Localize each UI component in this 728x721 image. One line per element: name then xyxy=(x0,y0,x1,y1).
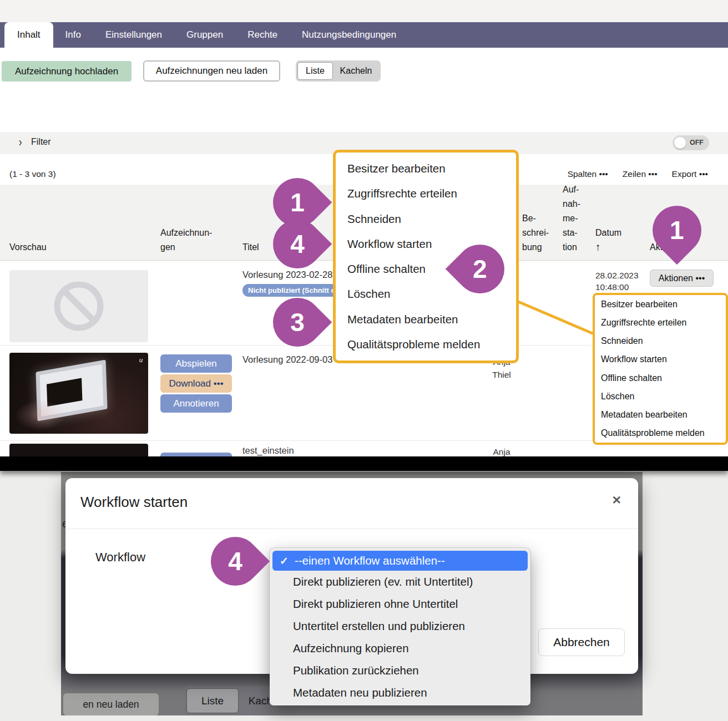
filter-toggle[interactable]: OFF xyxy=(673,135,709,150)
view-list-button[interactable]: Liste xyxy=(297,62,333,80)
column-header-datum[interactable]: Datum ↑ xyxy=(595,226,621,255)
workflow-option[interactable]: Direkt publizieren ohne Untertitel xyxy=(270,593,530,615)
screenshot-root: Inhalt Info Einstellungen Gruppen Rechte… xyxy=(0,0,728,721)
header-line: tion xyxy=(563,240,580,255)
date-line: 28.02.2023 xyxy=(595,270,639,281)
dimmed-view-list-button: Liste xyxy=(186,688,239,713)
header-line: nah- xyxy=(563,197,580,211)
view-tiles-button[interactable]: Kacheln xyxy=(333,62,379,80)
page-top-strip xyxy=(0,0,728,22)
play-button[interactable]: Abspielen xyxy=(160,354,232,373)
workflow-select-menu: ✓ --einen Workflow auswählen-- Direkt pu… xyxy=(270,548,530,705)
menu-item-besitzer-bearbeiten[interactable]: Besitzer bearbeiten xyxy=(601,299,720,309)
header-line: Auf- xyxy=(563,182,580,197)
menu-item-besitzer-bearbeiten[interactable]: Besitzer bearbeiten xyxy=(347,162,504,175)
header-line: sta- xyxy=(563,226,580,240)
no-preview-icon xyxy=(9,270,148,342)
workflow-option[interactable]: Publikation zurückziehen xyxy=(270,659,530,682)
result-count: (1 - 3 von 3) xyxy=(9,169,56,179)
row-actions-button[interactable]: Aktionen ••• xyxy=(650,270,714,287)
recording-title: test_einstein xyxy=(242,445,294,456)
cancel-button[interactable]: Abbrechen xyxy=(538,628,625,656)
header-line: me- xyxy=(563,211,580,226)
tab-info[interactable]: Info xyxy=(53,22,93,48)
screenshot-divider xyxy=(0,456,728,471)
toggle-state-label: OFF xyxy=(690,135,704,150)
menu-item-metadaten-bearbeiten[interactable]: Metadaten bearbeiten xyxy=(601,410,720,420)
marker-number: 4 xyxy=(290,229,305,259)
video-thumbnail[interactable]: u xyxy=(9,353,148,434)
menu-connector-line xyxy=(515,298,598,338)
menu-item-qualitaetsprobleme-melden[interactable]: Qualitätsprobleme melden xyxy=(347,338,504,351)
header-line: gen xyxy=(160,240,212,255)
menu-item-schneiden[interactable]: Schneiden xyxy=(601,336,720,346)
menu-item-zugriffsrechte-erteilen[interactable]: Zugriffsrechte erteilen xyxy=(347,187,504,200)
workflow-option[interactable]: Untertitel erstellen und publizieren xyxy=(270,615,530,637)
filter-expand-icon[interactable]: › xyxy=(19,135,22,150)
university-logo: u xyxy=(139,357,143,363)
menu-item-zugriffsrechte-erteilen[interactable]: Zugriffsrechte erteilen xyxy=(601,318,720,328)
header-line: schrei- xyxy=(522,226,549,240)
close-icon[interactable]: ✕ xyxy=(611,494,621,507)
tab-rechte[interactable]: Rechte xyxy=(235,22,290,48)
column-header-titel: Titel xyxy=(242,240,259,255)
menu-item-workflow-starten[interactable]: Workflow starten xyxy=(601,354,720,364)
column-header-beschreibung: Be- schrei- bung xyxy=(522,211,549,255)
menu-item-metadaten-bearbeiten[interactable]: Metadaten bearbeiten xyxy=(347,313,504,326)
menu-item-loeschen[interactable]: Löschen xyxy=(601,392,720,402)
marker-number: 2 xyxy=(473,254,487,284)
header-line: Be- xyxy=(522,211,549,226)
menu-item-qualitaetsprobleme-melden[interactable]: Qualitätsprobleme melden xyxy=(601,428,720,438)
sort-ascending-icon[interactable]: ↑ xyxy=(595,240,621,255)
tab-inhalt[interactable]: Inhalt xyxy=(4,22,53,48)
check-icon: ✓ xyxy=(280,555,289,567)
actions-context-menu: Besitzer bearbeiten Zugriffsrechte ertei… xyxy=(593,293,728,445)
dimmed-reload-button: en neu laden xyxy=(63,693,159,715)
column-header-aufzeichnungen: Aufzeichnun- gen xyxy=(160,226,212,255)
recording-owner: Anja xyxy=(486,445,517,456)
workflow-option[interactable]: Metadaten neu publizieren xyxy=(270,682,530,704)
workflow-option[interactable]: Direkt publizieren (ev. mit Untertitel) xyxy=(270,571,530,593)
reload-recordings-button[interactable]: Aufzeichnungen neu laden xyxy=(143,60,280,82)
tab-gruppen[interactable]: Gruppen xyxy=(174,22,235,48)
toggle-knob xyxy=(674,137,686,149)
table-tools: Spalten ••• Zeilen ••• Export ••• xyxy=(568,169,708,179)
recordings-page: Inhalt Info Einstellungen Gruppen Rechte… xyxy=(0,0,728,456)
download-button[interactable]: Download ••• xyxy=(160,374,232,393)
thumbnail-screen xyxy=(40,364,104,417)
upload-recording-button[interactable]: Aufzeichnung hochladen xyxy=(2,61,132,82)
tab-einstellungen[interactable]: Einstellungen xyxy=(93,22,174,48)
marker-number: 3 xyxy=(290,307,305,337)
thumbnail-video-inset xyxy=(47,378,82,407)
main-tab-bar: Inhalt Info Einstellungen Gruppen Rechte… xyxy=(0,22,728,48)
workflow-option-selected[interactable]: ✓ --einen Workflow auswählen-- xyxy=(272,551,528,571)
workflow-option[interactable]: Aufzeichnung kopieren xyxy=(270,637,530,659)
column-header-vorschau: Vorschau xyxy=(9,240,47,255)
filter-label[interactable]: Filter xyxy=(31,137,51,147)
annotate-button[interactable]: Annotieren xyxy=(160,394,232,413)
view-switch: Liste Kacheln xyxy=(296,60,381,82)
header-line: bung xyxy=(522,240,549,255)
marker-number: 4 xyxy=(228,546,242,576)
play-button[interactable] xyxy=(160,453,232,456)
menu-item-offline-schalten[interactable]: Offline schalten xyxy=(601,373,720,383)
marker-number: 1 xyxy=(670,215,684,245)
column-header-aufnahmestation: Auf- nah- me- sta- tion xyxy=(563,182,580,255)
dialog-divider xyxy=(65,529,638,529)
menu-item-schneiden[interactable]: Schneiden xyxy=(347,212,504,226)
workflow-field-label: Workflow xyxy=(95,550,145,565)
owner-line: Thiel xyxy=(486,368,517,381)
tab-nutzungsbedingungen[interactable]: Nutzungsbedingungen xyxy=(290,22,408,48)
rows-menu-button[interactable]: Zeilen ••• xyxy=(623,169,658,179)
row-action-buttons: Abspielen Download ••• Annotieren xyxy=(160,354,232,413)
recording-title: Vorlesung 2023-02-28 xyxy=(242,270,332,280)
selected-option-label: --einen Workflow auswählen-- xyxy=(295,554,445,567)
header-line: Aufzeichnun- xyxy=(160,226,212,240)
recording-date: 28.02.2023 10:48:00 xyxy=(595,270,639,293)
recording-title: Vorlesung 2022-09-03 xyxy=(242,354,332,365)
video-thumbnail[interactable] xyxy=(9,444,148,456)
export-menu-button[interactable]: Export ••• xyxy=(672,169,708,179)
time-line: 10:48:00 xyxy=(595,281,639,293)
columns-menu-button[interactable]: Spalten ••• xyxy=(568,169,608,179)
thumbnail-laptop-shape xyxy=(36,359,107,421)
